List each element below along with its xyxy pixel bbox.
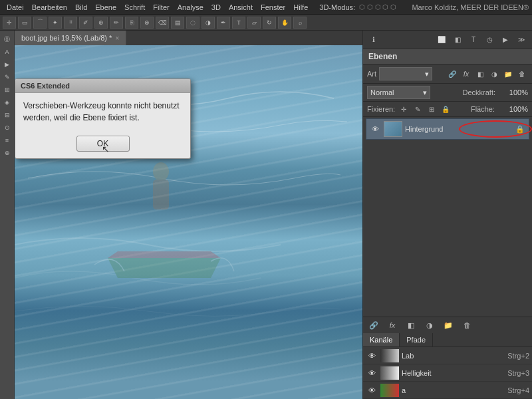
fix-icon-lock[interactable]: 🔒 [440,104,451,114]
side-icon-1[interactable]: ⓪ [1,33,13,45]
rbb-mask-icon[interactable]: ◧ [404,320,418,331]
menu-hilfe[interactable]: Hilfe [290,2,311,13]
tab-kanale[interactable]: Kanäle [363,333,400,346]
side-icon-4[interactable]: ✎ [1,71,13,83]
dialog-overlay: CS6 Extended Verschieben-Werkzeug konnte… [15,78,191,159]
deckkraft-input[interactable]: 100% [498,88,528,96]
menu-ebene[interactable]: Ebene [92,2,120,13]
toolbar-icon-3d-rotate[interactable]: ↻ [263,17,276,29]
side-icon-10[interactable]: ⊕ [1,147,13,159]
layer-row-hintergrund[interactable]: 👁 Hintergrund 🔒 [366,118,529,140]
rt-icon-color[interactable]: ⬜ [434,33,449,47]
channel-eye-hell[interactable]: 👁 [366,367,378,379]
art-dropdown[interactable]: ▾ [379,67,432,80]
ebenen-header: Ebenen [363,49,532,65]
menu-datei[interactable]: Datei [3,2,27,13]
blend-mode-label: Normal [370,88,394,96]
toolbar-icon-zoom[interactable]: ⌕ [293,17,307,29]
side-left-bar: ⓪ A ▶ ✎ ⊞ ◈ ⊟ ⊙ ≡ ⊕ [0,31,15,399]
toolbar-icon-clone[interactable]: ⎘ [125,17,138,29]
menu-bearbeiten[interactable]: Bearbeiten [29,2,70,13]
toolbar-icon-heal[interactable]: ⊕ [94,17,108,29]
rbb-link-icon[interactable]: 🔗 [367,320,380,331]
layer-visibility-toggle[interactable]: 👁 [369,123,381,135]
side-icon-3[interactable]: ▶ [1,59,13,70]
art-icon-folder[interactable]: 📁 [502,68,514,80]
side-icon-9[interactable]: ≡ [1,134,13,146]
rbb-adj-icon[interactable]: ◑ [423,320,436,331]
art-icon-trash[interactable]: 🗑 [516,68,528,80]
channel-row-a[interactable]: 👁 a Strg+4 [363,382,532,399]
toolbar-icon-text[interactable]: T [232,17,245,29]
rt-icon-expand[interactable]: ≫ [514,33,529,47]
normal-row: Normal ▾ Deckkraft: 100% [363,84,532,102]
side-icon-8[interactable]: ⊙ [1,122,13,134]
toolbar-icon-gradient[interactable]: ▤ [171,17,184,29]
toolbar-icon-crop[interactable]: ⌗ [64,17,77,29]
rt-icon-adjust[interactable]: ◧ [450,33,465,47]
art-icon-adj[interactable]: ◑ [488,68,500,80]
fix-icon-brush[interactable]: ✎ [412,104,423,114]
tab-close-button[interactable]: × [115,35,119,42]
flache-input[interactable]: 100% [498,105,528,113]
tab-label: boot.jpg bei 19,5% (Lab/8) * [21,34,112,42]
side-icon-7[interactable]: ⊟ [1,109,13,121]
menu-analyse[interactable]: Analyse [174,2,207,13]
menu-filter[interactable]: Filter [150,2,172,13]
toolbar-icon-pen[interactable]: ✒ [217,17,230,29]
channel-thumb-hell [380,366,399,380]
toolbar-icon-eraser[interactable]: ⌫ [156,17,169,29]
error-dialog: CS6 Extended Verschieben-Werkzeug konnte… [15,78,191,159]
menu-ansicht[interactable]: Ansicht [225,2,256,13]
rbb-trash-icon[interactable]: 🗑 [460,320,473,331]
channel-shortcut-a: Strg+4 [507,386,529,394]
toolbar-icon-history[interactable]: ⊗ [140,17,154,29]
toolbar-icon-move[interactable]: ✛ [3,17,16,29]
art-icon-fx[interactable]: fx [460,68,472,80]
rt-icon-type[interactable]: T [466,33,481,47]
channel-row-helligkeit[interactable]: 👁 Helligkeit Strg+3 [363,364,532,382]
tab-pfade[interactable]: Pfade [400,333,433,346]
3d-mode-label: 3D-Modus: [319,3,355,11]
side-icon-2[interactable]: A [1,46,13,58]
channel-thumb-a [380,384,399,397]
dialog-ok-button[interactable]: OK ↖ [76,136,130,152]
fix-icon-position[interactable]: ⊞ [426,104,437,114]
ok-label: OK [97,139,108,148]
rbb-fx-icon[interactable]: fx [386,320,399,331]
side-icon-5[interactable]: ⊞ [1,84,13,96]
rbb-folder-icon[interactable]: 📁 [442,320,455,331]
menu-fenster[interactable]: Fenster [257,2,289,13]
toolbar-icon-dodge[interactable]: ◑ [201,17,215,29]
pfade-tab-label: Pfade [406,336,426,344]
ebenen-title: Ebenen [368,52,397,61]
toolbar-icon-lasso[interactable]: ⌒ [33,17,47,29]
layers-empty-space [363,141,532,317]
side-icon-6[interactable]: ◈ [1,96,13,108]
toolbar-icon-shape[interactable]: ▱ [247,17,261,29]
document-tab[interactable]: boot.jpg bei 19,5% (Lab/8) * × [15,31,126,45]
menu-3d[interactable]: 3D [208,2,224,13]
toolbar-icon-brush[interactable]: ✏ [110,17,123,29]
menu-bild[interactable]: Bild [72,2,90,13]
channel-name-a: a [402,386,507,394]
toolbar-icon-select[interactable]: ▭ [18,17,31,29]
toolbar-icon-eyedrop[interactable]: ✐ [79,17,92,29]
toolbar-icon-wand[interactable]: ✦ [49,17,62,29]
blend-mode-dropdown[interactable]: Normal ▾ [367,86,430,99]
toolbar-row: ✛ ▭ ⌒ ✦ ⌗ ✐ ⊕ ✏ ⎘ ⊗ ⌫ ▤ ◌ ◑ ✒ T ▱ ↻ ✋ ⌕ [0,15,532,31]
menu-schrift[interactable]: Schrift [121,2,148,13]
channel-eye-lab[interactable]: 👁 [366,350,378,362]
rt-icon-actions[interactable]: ▶ [498,33,513,47]
rt-icon-info[interactable]: ℹ [366,33,381,47]
channel-row-lab[interactable]: 👁 Lab Strg+2 [363,347,532,364]
app-title: Marco Kolditz, MEER DER IDEEN® [412,3,529,11]
art-icon-mask[interactable]: ◧ [474,68,486,80]
toolbar-icon-hand[interactable]: ✋ [278,17,291,29]
dialog-message-line1: Verschieben-Werkzeug konnte nicht benutz… [23,101,180,110]
fix-icon-move[interactable]: ✛ [398,104,409,114]
art-icon-link[interactable]: 🔗 [446,68,458,80]
rt-icon-history2[interactable]: ◷ [482,33,497,47]
channel-eye-a[interactable]: 👁 [366,384,378,396]
toolbar-icon-blur[interactable]: ◌ [186,17,200,29]
